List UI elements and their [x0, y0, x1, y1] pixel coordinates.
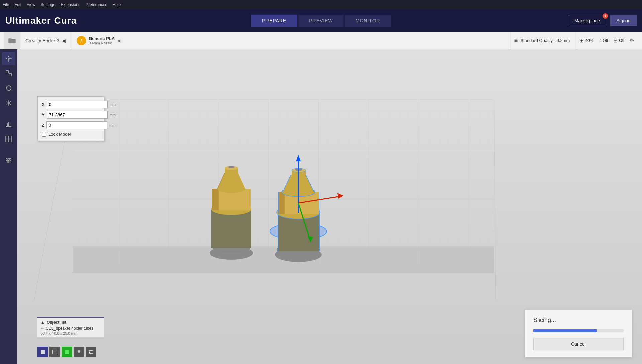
marketplace-badge: 1 — [603, 13, 608, 19]
viewport[interactable]: X mm Y mm Z mm Lock Model ▲ — [17, 49, 642, 364]
green-view-button[interactable] — [62, 347, 72, 357]
svg-rect-2 — [9, 74, 11, 76]
object-list-header[interactable]: ▲ Object list — [41, 320, 101, 325]
settings-icon — [5, 157, 12, 164]
marketplace-button[interactable]: Marketplace 1 — [568, 15, 606, 26]
svg-rect-53 — [65, 350, 69, 354]
svg-rect-22 — [211, 210, 251, 248]
coord-x-row: X mm — [42, 101, 100, 108]
sign-in-button[interactable]: Sign in — [610, 15, 637, 26]
svg-rect-4 — [6, 136, 9, 139]
svg-rect-34 — [278, 213, 278, 251]
printer-selector[interactable]: Creality Ender-3 ◀ — [20, 32, 71, 49]
left-sidebar — [0, 49, 17, 364]
menu-bar: File Edit View Settings Extensions Prefe… — [0, 0, 642, 9]
app-title: Ultimaker Cura — [5, 15, 77, 26]
tool-support[interactable] — [2, 118, 15, 131]
green-view-icon — [64, 349, 70, 355]
menu-edit[interactable]: Edit — [14, 2, 21, 7]
infill-value: 40% — [585, 38, 593, 43]
lock-model-row: Lock Model — [42, 132, 100, 137]
support-value: Off — [603, 38, 608, 43]
xray-view-icon — [52, 349, 58, 355]
lock-model-checkbox[interactable] — [42, 132, 46, 137]
cancel-slicing-button[interactable]: Cancel — [533, 338, 624, 350]
tool-settings[interactable] — [2, 154, 15, 167]
layer-view-button[interactable] — [74, 347, 84, 357]
rotate-icon — [5, 84, 12, 92]
support-setting[interactable]: ↕ Off — [599, 38, 608, 44]
edit-settings-button[interactable]: ✏ — [630, 37, 634, 44]
svg-point-13 — [7, 161, 9, 163]
folder-icon — [8, 38, 16, 44]
layer-view-icon — [76, 349, 82, 355]
nav-buttons: PREPARE PREVIEW MONITOR — [251, 15, 391, 27]
svg-rect-51 — [41, 350, 45, 354]
object-list-title: Object list — [47, 320, 66, 325]
svg-point-11 — [7, 158, 9, 160]
perspective-view-button[interactable] — [86, 347, 96, 357]
perspective-view-icon — [88, 349, 94, 355]
material-name: Generic PLA — [89, 36, 115, 41]
nav-monitor[interactable]: MONITOR — [345, 15, 391, 27]
move-icon — [5, 55, 12, 62]
material-nozzle: 0.4mm Nozzle — [89, 41, 115, 45]
coord-x-unit: mm — [110, 103, 116, 107]
coord-z-unit: mm — [109, 123, 115, 127]
tool-per-model[interactable] — [2, 132, 15, 146]
svg-rect-1 — [6, 71, 8, 73]
svg-rect-7 — [9, 139, 12, 142]
support-icon — [5, 121, 12, 128]
adhesion-value: Off — [619, 38, 624, 43]
view-mode-buttons — [37, 347, 96, 357]
menu-view[interactable]: View — [27, 2, 35, 7]
material-section[interactable]: ! Generic PLA 0.4mm Nozzle ◀ — [71, 32, 509, 49]
svg-rect-35 — [319, 213, 320, 251]
object-list-item[interactable]: ✏ CE3_speaker holder tubes — [41, 326, 101, 331]
menu-preferences[interactable]: Preferences — [86, 2, 107, 7]
menu-extensions[interactable]: Extensions — [61, 2, 80, 7]
lock-model-label: Lock Model — [48, 132, 71, 137]
infill-setting[interactable]: ⊞ 40% — [579, 37, 593, 44]
menu-settings[interactable]: Settings — [41, 2, 55, 7]
coord-z-input[interactable] — [46, 121, 107, 129]
coord-y-input[interactable] — [47, 111, 108, 119]
adhesion-icon: ⊟ — [613, 37, 618, 44]
svg-marker-48 — [337, 193, 343, 199]
quality-section[interactable]: ≡ Standard Quality - 0.2mm — [509, 32, 576, 49]
material-warning-icon: ! — [77, 36, 86, 45]
tool-move[interactable] — [2, 52, 15, 65]
svg-rect-40 — [319, 192, 319, 214]
collapse-icon: ▲ — [41, 320, 45, 325]
svg-rect-52 — [53, 350, 57, 354]
solid-view-button[interactable] — [37, 347, 48, 357]
top-bar: Ultimaker Cura PREPARE PREVIEW MONITOR M… — [0, 9, 642, 32]
xray-view-button[interactable] — [49, 347, 60, 357]
slicing-title: Slicing... — [533, 317, 624, 324]
menu-help[interactable]: Help — [113, 2, 121, 7]
svg-point-12 — [9, 160, 11, 161]
per-model-icon — [5, 135, 12, 143]
infill-icon: ⊞ — [579, 37, 584, 44]
support-icon: ↕ — [599, 38, 601, 44]
menu-file[interactable]: File — [3, 2, 9, 7]
coord-y-unit: mm — [110, 113, 116, 117]
tool-rotate[interactable] — [2, 81, 15, 95]
svg-point-0 — [8, 58, 10, 60]
coord-x-input[interactable] — [47, 101, 108, 108]
quality-label: Standard Quality - 0.2mm — [520, 38, 570, 43]
material-chevron-icon: ◀ — [117, 38, 120, 43]
edit-icon: ✏ — [630, 37, 634, 44]
coord-z-row: Z mm — [42, 121, 100, 129]
adhesion-setting[interactable]: ⊟ Off — [613, 37, 624, 44]
nav-prepare[interactable]: PREPARE — [251, 15, 297, 27]
tool-scale[interactable] — [2, 67, 15, 80]
open-folder-button[interactable] — [4, 32, 20, 49]
coord-y-label: Y — [42, 112, 45, 117]
progress-bar-background — [533, 329, 624, 332]
nav-preview[interactable]: PREVIEW — [298, 15, 344, 27]
svg-rect-6 — [6, 139, 9, 142]
object-list-panel: ▲ Object list ✏ CE3_speaker holder tubes… — [37, 317, 104, 337]
solid-view-icon — [40, 349, 45, 355]
tool-mirror[interactable] — [2, 96, 15, 110]
